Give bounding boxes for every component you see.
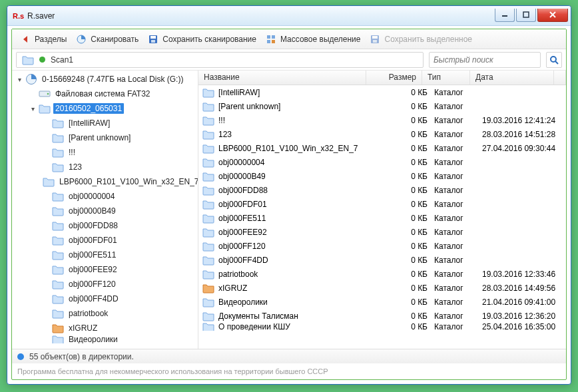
tree-node-label: obj000FF4DD — [67, 294, 121, 304]
svg-rect-6 — [150, 36, 156, 39]
table-row[interactable]: obj000000040 КБКаталог — [198, 155, 566, 169]
table-row[interactable]: Документы Талисман0 КБКаталог19.03.2016 … — [198, 309, 566, 323]
folder-icon — [52, 322, 64, 334]
tree-node-label: obj000FE511 — [67, 250, 118, 260]
folder-icon — [202, 171, 214, 182]
table-row[interactable]: obj000FDD880 КБКаталог — [198, 183, 566, 197]
split-pane: ▾0-15669248 (7.47ГБ на Local Disk (G:))Ф… — [12, 71, 566, 349]
folder-icon — [202, 143, 214, 154]
table-row[interactable]: obj00000B490 КБКаталог — [198, 169, 566, 183]
row-type: Каталог — [433, 144, 481, 153]
tree-node[interactable]: obj00000B49 — [12, 204, 198, 218]
tree-node[interactable]: obj000FDF01 — [12, 233, 198, 248]
tree-node[interactable]: xIGRUZ — [12, 321, 198, 335]
table-row[interactable]: Видеоролики0 КБКаталог21.04.2016 09:41:0… — [198, 295, 566, 309]
tree-node[interactable]: patriotbook — [12, 306, 198, 321]
column-date[interactable]: Дата — [470, 71, 554, 85]
row-type: Каталог — [433, 228, 481, 237]
titlebar[interactable]: R.s R.saver — [7, 6, 571, 26]
tree-node-label: [Parent unknown] — [67, 132, 133, 143]
table-row[interactable]: obj000FDF010 КБКаталог — [198, 197, 566, 211]
disk-icon — [25, 73, 37, 85]
column-size[interactable]: Размер — [366, 71, 422, 85]
tree-node[interactable]: obj000FF120 — [12, 277, 198, 292]
list-header[interactable]: Название Размер Тип Дата — [198, 71, 566, 85]
row-date: 19.03.2016 12:36:20 — [481, 311, 565, 321]
sections-button[interactable]: Разделы — [16, 32, 71, 47]
row-size: 0 КБ — [377, 214, 433, 223]
row-date: 28.03.2016 14:51:28 — [481, 130, 565, 139]
tree-node[interactable]: Видеоролики — [12, 335, 198, 343]
folder-icon — [22, 55, 34, 65]
close-button[interactable] — [537, 9, 568, 22]
table-row[interactable]: !!!0 КБКаталог19.03.2016 12:41:24 — [198, 113, 566, 127]
row-type: Каталог — [433, 284, 481, 293]
tree-panel[interactable]: ▾0-15669248 (7.47ГБ на Local Disk (G:))Ф… — [12, 71, 198, 349]
folder-icon — [202, 255, 214, 266]
save-icon — [370, 34, 380, 45]
tree-node-label: obj00000004 — [67, 191, 117, 202]
tree-node[interactable]: !!! — [12, 145, 198, 160]
tree-node[interactable]: obj000FEE92 — [12, 262, 198, 277]
tree-node[interactable]: LBP6000_R101_V100_Win_x32_EN_7 — [12, 174, 198, 189]
tree-node-label: obj000FDD88 — [67, 220, 120, 231]
row-size: 0 КБ — [377, 158, 433, 167]
table-row[interactable]: obj000FF1200 КБКаталог — [198, 239, 566, 253]
tree-node[interactable]: obj000FDD88 — [12, 218, 198, 233]
list-body[interactable]: [IntelliRAW]0 КБКаталог[Parent unknown]0… — [198, 85, 566, 349]
maximize-button[interactable] — [516, 9, 536, 22]
table-row[interactable]: 1230 КБКаталог28.03.2016 14:51:28 — [198, 127, 566, 141]
tree-node[interactable]: obj000FF4DD — [12, 292, 198, 306]
tree-node[interactable]: ▾20160502_065031 — [12, 101, 198, 116]
table-row[interactable]: LBP6000_R101_V100_Win_x32_EN_70 КБКатало… — [198, 141, 566, 155]
folder-icon — [39, 102, 51, 114]
window-buttons — [493, 9, 568, 23]
tree-node[interactable]: Файловая система FAT32 — [12, 87, 198, 101]
footer-text: Программа бесплатна для некоммерческого … — [17, 367, 328, 375]
save-selected-button[interactable]: Сохранить выделенное — [366, 32, 476, 47]
folder-icon — [202, 227, 214, 238]
tree-node[interactable]: 123 — [12, 160, 198, 174]
table-row[interactable]: obj000FF4DD0 КБКаталог — [198, 253, 566, 267]
row-name: [Parent unknown] — [218, 102, 280, 111]
footer: Программа бесплатна для некоммерческого … — [12, 363, 566, 379]
client-area: Разделы Сканировать Сохранить сканирован… — [11, 29, 567, 380]
tree-node[interactable]: ▾0-15669248 (7.47ГБ на Local Disk (G:)) — [12, 72, 198, 87]
tree-node-label: obj000FF120 — [67, 279, 118, 290]
table-row[interactable]: obj000FEE920 КБКаталог — [198, 225, 566, 239]
mass-select-label: Массовое выделение — [280, 35, 361, 44]
table-row[interactable]: О проведении КШУ0 КБКаталог25.04.2016 16… — [198, 323, 566, 331]
row-size: 0 КБ — [377, 200, 433, 209]
table-row[interactable]: [IntelliRAW]0 КБКаталог — [198, 85, 566, 99]
folder-icon — [202, 311, 214, 321]
row-name: obj000FF120 — [218, 242, 266, 251]
mass-select-button[interactable]: Массовое выделение — [262, 32, 365, 47]
tree-node[interactable]: [Parent unknown] — [12, 130, 198, 145]
minimize-button[interactable] — [495, 9, 515, 22]
search-input[interactable] — [433, 55, 536, 65]
table-row[interactable]: [Parent unknown]0 КБКаталог — [198, 99, 566, 113]
scan-button[interactable]: Сканировать — [72, 32, 143, 47]
table-row[interactable]: patriotbook0 КБКаталог19.03.2016 12:33:4… — [198, 267, 566, 281]
save-scan-button[interactable]: Сохранить сканирование — [144, 32, 260, 47]
table-row[interactable]: xIGRUZ0 КБКаталог28.03.2016 14:49:56 — [198, 281, 566, 295]
column-name[interactable]: Название — [198, 71, 366, 85]
table-row[interactable]: obj000FE5110 КБКаталог — [198, 211, 566, 225]
svg-rect-14 — [373, 40, 377, 43]
tree-node[interactable]: obj000FE511 — [12, 248, 198, 262]
tree-node[interactable]: [IntelliRAW] — [12, 116, 198, 130]
row-size: 0 КБ — [377, 323, 433, 331]
column-type[interactable]: Тип — [422, 71, 470, 85]
path-display[interactable]: Scan1 — [16, 52, 424, 68]
tree-node-label: patriotbook — [67, 308, 110, 319]
tree-twisty-icon[interactable]: ▾ — [28, 105, 37, 112]
row-type: Каталог — [433, 130, 481, 139]
search-button[interactable] — [546, 52, 562, 68]
row-type: Каталог — [433, 323, 481, 331]
row-type: Каталог — [433, 102, 481, 111]
search-box[interactable] — [429, 52, 541, 68]
folder-icon — [202, 323, 214, 331]
folder-icon — [202, 199, 214, 210]
tree-twisty-icon[interactable]: ▾ — [15, 76, 24, 83]
tree-node[interactable]: obj00000004 — [12, 189, 198, 204]
